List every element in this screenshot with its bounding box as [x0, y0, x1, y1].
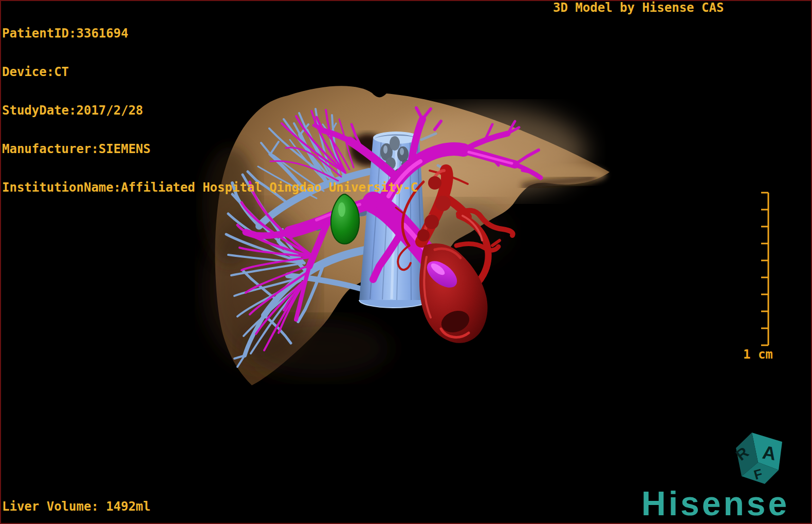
device-line: Device:CT [2, 66, 418, 79]
manufacturer-line: Manufacturer:SIEMENS [2, 143, 418, 156]
scale-bar-label: 1 cm [743, 347, 773, 362]
scale-bar-ticks [761, 193, 768, 345]
scale-bar: 1 cm [743, 193, 773, 362]
study-date-line: StudyDate:2017/2/28 [2, 104, 418, 117]
model-credit: 3D Model by Hisense CAS [553, 2, 724, 14]
institution-line: InstitutionName:Affiliated Hospital Qing… [2, 181, 418, 194]
patient-id-line: PatientID:3361694 [2, 27, 418, 40]
hisense-logo: Hisense [641, 484, 789, 523]
orientation-cube[interactable]: A R F [732, 433, 782, 484]
patient-info-block: PatientID:3361694 Device:CT StudyDate:20… [2, 2, 418, 207]
liver-volume-readout: Liver Volume: 1492ml [2, 500, 151, 513]
